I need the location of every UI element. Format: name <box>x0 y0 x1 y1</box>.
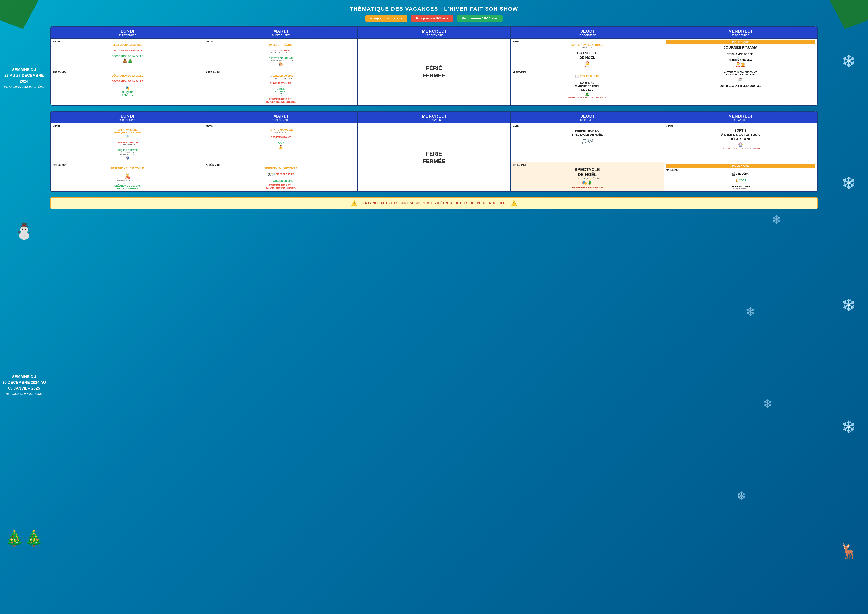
badge-8-9ans: Programme 8-9 ans <box>411 15 453 22</box>
w1-jeudi-apresmidi: APRÈS-MIDI 🍽️ ATELIER CUISINE ..........… <box>511 69 664 105</box>
week1-jeudi-header: JEUDI26 DÉCEMBRE <box>511 26 664 39</box>
w2-lundi-apresmidi: APRÈS-MIDI RÉPÉTITION DU SPECTACLE .....… <box>51 162 204 192</box>
w2-vendredi-matin: MATIN SORTIEÀ L'ÎLE DE LA TORTUGADÉPART … <box>664 123 817 162</box>
snowflake-6: ❄️ <box>737 491 747 500</box>
w1-mardi-matin: MATIN DANSE ET THÉÂTRE ................ … <box>204 39 357 69</box>
week2-mardi-header: MARDI31 DÉCEMBRE <box>204 112 357 123</box>
w2-jeudi-apresmidi: APRÈS-MIDI SPECTACLEDE NOËL EN SALLE DE … <box>511 162 664 192</box>
w1-lundi-apresmidi: APRÈS-MIDI DÉCORATION DE LA SALLE ......… <box>51 69 204 105</box>
w1-mercredi-ferie: FÉRIÉFERMÉE <box>357 39 511 105</box>
badge-6-7ans: Programme 6-7 ans <box>365 15 407 22</box>
week1-table: LUNDI23 DÉCEMBRE MARDI24 DÉCEMBRE MERCRE… <box>51 26 817 105</box>
w2-jeudi-matin: MATIN RÉÉPÉTITION DUSPECTACLE DE NOËL 🎵🎶 <box>511 123 664 162</box>
w1-vendredi-apresmidi: AUTOUR D'UN BON CHOCOLATCHAUD ET DE SA B… <box>664 69 817 105</box>
sidebar-left: SEMAINE DU 23 AU 27 DÉCEMBRE 2024 MERCRE… <box>2 0 46 614</box>
week1-vendredi-header: VENDREDI27 DÉCEMBRE <box>664 26 817 39</box>
warning-icon-right: ⚠️ <box>511 200 517 206</box>
w2-mardi-apresmidi: APRÈS-MIDI RÉPÉTITION DU SPECTACLE .....… <box>204 162 357 192</box>
reindeer-icon: 🦌 <box>839 542 858 560</box>
page-title: THÉMATIQUE DES VACANCES : L'HIVER FAIT S… <box>50 4 818 12</box>
week1-sidebar-label: SEMAINE DU 23 AU 27 DÉCEMBRE 2024 MERCRE… <box>2 67 46 89</box>
snowman-icon: ⛄ <box>14 222 34 240</box>
warning-text: CERTAINES ACTIVITÉS SONT SUSCEPTIBLES D'… <box>360 202 508 205</box>
week2-schedule-card: LUNDI30 DÉCEMBRE MARDI31 DÉCEMBRE MERCRE… <box>50 111 818 192</box>
page-wrapper: ❄️ ❄️ ❄️ ❄️ ❄️ ❄️ SEMAINE DU 23 AU 27 DÉ… <box>0 0 868 614</box>
w1-vendredi-matin: PIQUE-NIQUE JOURNÉE PYJAMA .............… <box>664 39 817 69</box>
sidebar-right: ❄️ ❄️ ❄️ ❄️ 🦌 <box>831 0 866 614</box>
week2-sidebar-label: SEMAINE DU 30 DÉCEMBRE 2024 AU 03 JANVIE… <box>2 374 46 396</box>
week2-jeudi-header: JEUDI02 JANVIER <box>511 112 664 123</box>
badge-10-11ans: Programme 10-11 ans <box>457 15 503 22</box>
week1-schedule-card: LUNDI23 DÉCEMBRE MARDI24 DÉCEMBRE MERCRE… <box>50 26 818 106</box>
week2-table: LUNDI30 DÉCEMBRE MARDI31 DÉCEMBRE MERCRE… <box>51 111 817 192</box>
week1-mercredi-header: MERCREDI25 DÉCEMBRE <box>357 26 511 39</box>
w1-jeudi-matin: MATIN SORTIE À Z'ÂNES ATTITUDE 24 ENFANT… <box>511 39 664 69</box>
program-badges: Programme 6-7 ans Programme 8-9 ans Prog… <box>50 15 818 22</box>
week1-lundi-header: LUNDI23 DÉCEMBRE <box>51 26 204 39</box>
w2-mardi-matin: MATIN ACTIVITÉ MANUELLE LE SAPIN DE NOËL… <box>204 123 357 162</box>
week2-mercredi-header: MERCREDI01 JANVIER <box>357 112 511 123</box>
snowflake-5: ❄️ <box>763 399 772 408</box>
w2-mercredi-ferie: FÉRIÉFERMÉE <box>357 123 511 192</box>
main-content: THÉMATIQUE DES VACANCES : L'HIVER FAIT S… <box>50 4 818 209</box>
w1-mardi-apresmidi: APRÈS-MIDI 🍽️ ATELIER CUISINE BROCHETTE … <box>204 69 357 105</box>
warning-bar: ⚠️ CERTAINES ACTIVITÉS SONT SUSCEPTIBLES… <box>50 197 818 209</box>
w2-lundi-matin: MATIN CRÉATION D'UNEFRESQUE COLLECTIVE 🖼… <box>51 123 204 162</box>
tree-icon: 🎄🎄 <box>5 529 43 547</box>
snowflake-3: ❄️ <box>772 215 781 224</box>
week2-vendredi-header: VENDREDI03 JANVIER <box>664 112 817 123</box>
w2-vendredi-apresmidi: PIQUE-NIQUE APRÈS-MIDI 🎬 CINÉ DÉBAT ....… <box>664 162 817 192</box>
snowflake-4: ❄️ <box>746 307 755 316</box>
week2-lundi-header: LUNDI30 DÉCEMBRE <box>51 112 204 123</box>
warning-icon-left: ⚠️ <box>351 200 357 206</box>
week1-mardi-header: MARDI24 DÉCEMBRE <box>204 26 357 39</box>
w1-lundi-matin: MATIN JEUX DE CONNAISSANCE .............… <box>51 39 204 69</box>
